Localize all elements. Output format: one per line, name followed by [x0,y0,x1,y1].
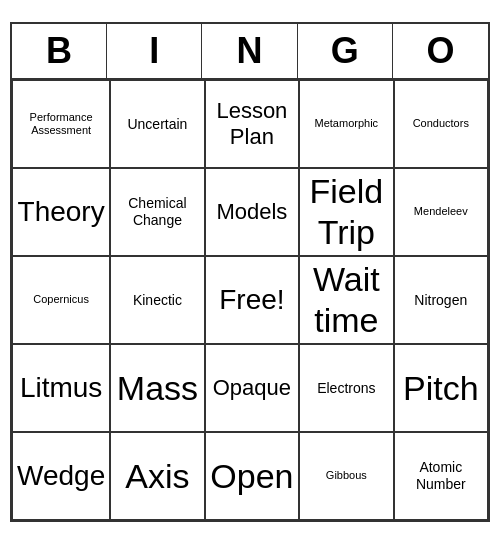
bingo-cell-22: Open [205,432,299,520]
bingo-cell-11: Kinectic [110,256,204,344]
bingo-cell-6: Chemical Change [110,168,204,256]
cell-text-19: Pitch [403,368,479,409]
bingo-cell-21: Axis [110,432,204,520]
bingo-cell-18: Electrons [299,344,393,432]
cell-text-1: Uncertain [127,116,187,133]
bingo-cell-12: Free! [205,256,299,344]
header-letter-g: G [298,24,393,78]
cell-text-23: Gibbous [326,469,367,482]
bingo-cell-20: Wedge [12,432,110,520]
cell-text-6: Chemical Change [115,195,199,229]
cell-text-4: Conductors [413,117,469,130]
cell-text-22: Open [210,456,293,497]
bingo-cell-9: Mendeleev [394,168,488,256]
bingo-cell-14: Nitrogen [394,256,488,344]
cell-text-12: Free! [219,283,284,317]
bingo-cell-24: Atomic Number [394,432,488,520]
cell-text-8: Field Trip [304,171,388,253]
cell-text-16: Mass [117,368,198,409]
cell-text-18: Electrons [317,380,375,397]
cell-text-2: Lesson Plan [210,98,294,151]
bingo-cell-3: Metamorphic [299,80,393,168]
bingo-cell-2: Lesson Plan [205,80,299,168]
bingo-cell-15: Litmus [12,344,110,432]
bingo-header: BINGO [12,24,488,80]
cell-text-11: Kinectic [133,292,182,309]
bingo-cell-1: Uncertain [110,80,204,168]
cell-text-20: Wedge [17,459,105,493]
bingo-cell-17: Opaque [205,344,299,432]
bingo-cell-8: Field Trip [299,168,393,256]
header-letter-n: N [202,24,297,78]
cell-text-14: Nitrogen [414,292,467,309]
cell-text-24: Atomic Number [399,459,483,493]
bingo-card: BINGO Performance AssessmentUncertainLes… [10,22,490,522]
cell-text-0: Performance Assessment [17,111,105,137]
header-letter-b: B [12,24,107,78]
cell-text-10: Copernicus [33,293,89,306]
bingo-grid: Performance AssessmentUncertainLesson Pl… [12,80,488,520]
bingo-cell-10: Copernicus [12,256,110,344]
header-letter-i: I [107,24,202,78]
cell-text-9: Mendeleev [414,205,468,218]
cell-text-15: Litmus [20,371,102,405]
cell-text-13: Wait time [304,259,388,341]
cell-text-21: Axis [125,456,189,497]
cell-text-7: Models [216,199,287,225]
bingo-cell-7: Models [205,168,299,256]
bingo-cell-23: Gibbous [299,432,393,520]
cell-text-5: Theory [18,195,105,229]
bingo-cell-16: Mass [110,344,204,432]
cell-text-17: Opaque [213,375,291,401]
bingo-cell-19: Pitch [394,344,488,432]
bingo-cell-13: Wait time [299,256,393,344]
bingo-cell-4: Conductors [394,80,488,168]
cell-text-3: Metamorphic [315,117,379,130]
bingo-cell-0: Performance Assessment [12,80,110,168]
bingo-cell-5: Theory [12,168,110,256]
header-letter-o: O [393,24,488,78]
